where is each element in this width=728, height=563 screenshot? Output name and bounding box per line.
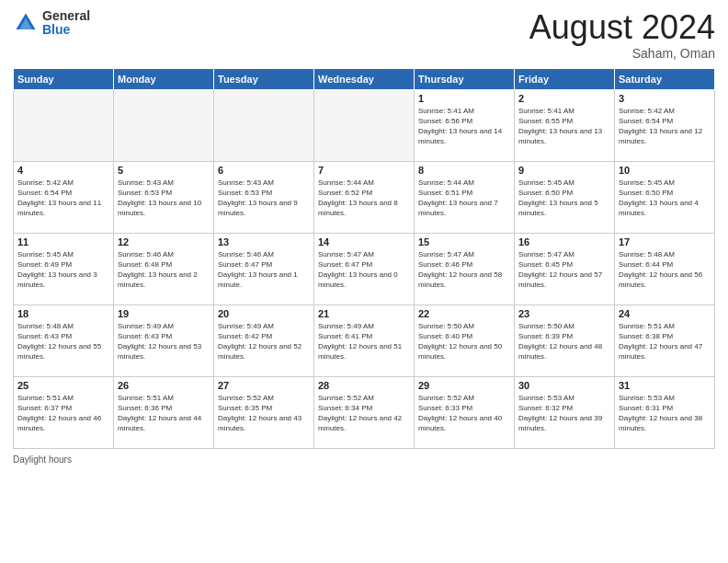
cell-day-number: 6 — [218, 165, 310, 176]
cell-day-number: 14 — [318, 236, 410, 247]
calendar-week-row: 11Sunrise: 5:45 AM Sunset: 6:49 PM Dayli… — [14, 233, 715, 304]
calendar-cell — [114, 89, 214, 161]
calendar-week-row: 25Sunrise: 5:51 AM Sunset: 6:37 PM Dayli… — [14, 376, 715, 448]
calendar-cell: 21Sunrise: 5:49 AM Sunset: 6:41 PM Dayli… — [314, 304, 415, 376]
cell-day-number: 19 — [118, 308, 210, 319]
cell-day-number: 8 — [418, 165, 510, 176]
calendar-cell: 17Sunrise: 5:48 AM Sunset: 6:44 PM Dayli… — [615, 233, 715, 304]
calendar-week-row: 4Sunrise: 5:42 AM Sunset: 6:54 PM Daylig… — [14, 161, 715, 233]
cell-day-number: 25 — [17, 380, 109, 391]
cell-info-text: Sunrise: 5:51 AM Sunset: 6:38 PM Dayligh… — [619, 321, 711, 362]
cell-info-text: Sunrise: 5:48 AM Sunset: 6:44 PM Dayligh… — [619, 249, 711, 291]
calendar-cell: 31Sunrise: 5:53 AM Sunset: 6:31 PM Dayli… — [615, 376, 715, 448]
cell-info-text: Sunrise: 5:42 AM Sunset: 6:54 PM Dayligh… — [17, 178, 109, 219]
calendar-cell: 30Sunrise: 5:53 AM Sunset: 6:32 PM Dayli… — [515, 376, 615, 448]
calendar-cell: 26Sunrise: 5:51 AM Sunset: 6:36 PM Dayli… — [114, 376, 214, 448]
cell-info-text: Sunrise: 5:41 AM Sunset: 6:56 PM Dayligh… — [418, 106, 510, 147]
title-month: August 2024 — [529, 9, 715, 46]
cell-info-text: Sunrise: 5:43 AM Sunset: 6:53 PM Dayligh… — [118, 178, 210, 219]
cell-day-number: 20 — [218, 308, 310, 319]
cell-info-text: Sunrise: 5:50 AM Sunset: 6:40 PM Dayligh… — [418, 321, 510, 362]
cell-day-number: 30 — [518, 380, 610, 391]
logo-general: General — [42, 9, 90, 23]
calendar-cell: 4Sunrise: 5:42 AM Sunset: 6:54 PM Daylig… — [14, 161, 114, 233]
cell-day-number: 23 — [518, 308, 610, 319]
calendar-cell: 27Sunrise: 5:52 AM Sunset: 6:35 PM Dayli… — [214, 376, 314, 448]
cell-info-text: Sunrise: 5:53 AM Sunset: 6:32 PM Dayligh… — [518, 393, 610, 434]
calendar-cell: 9Sunrise: 5:45 AM Sunset: 6:50 PM Daylig… — [515, 161, 615, 233]
calendar-cell: 28Sunrise: 5:52 AM Sunset: 6:34 PM Dayli… — [314, 376, 415, 448]
calendar-cell: 14Sunrise: 5:47 AM Sunset: 6:47 PM Dayli… — [314, 233, 415, 304]
weekday-header: Thursday — [415, 68, 515, 89]
cell-info-text: Sunrise: 5:51 AM Sunset: 6:37 PM Dayligh… — [17, 393, 109, 434]
calendar-cell: 10Sunrise: 5:45 AM Sunset: 6:50 PM Dayli… — [615, 161, 715, 233]
calendar-cell: 1Sunrise: 5:41 AM Sunset: 6:56 PM Daylig… — [415, 89, 515, 161]
weekday-header: Saturday — [615, 68, 715, 89]
cell-day-number: 31 — [619, 380, 711, 391]
cell-day-number: 9 — [518, 165, 610, 176]
weekday-header-row: SundayMondayTuesdayWednesdayThursdayFrid… — [14, 68, 715, 89]
cell-info-text: Sunrise: 5:48 AM Sunset: 6:43 PM Dayligh… — [17, 321, 109, 362]
calendar-cell: 18Sunrise: 5:48 AM Sunset: 6:43 PM Dayli… — [14, 304, 114, 376]
cell-day-number: 1 — [418, 93, 510, 104]
calendar-cell: 6Sunrise: 5:43 AM Sunset: 6:53 PM Daylig… — [214, 161, 314, 233]
calendar-cell: 19Sunrise: 5:49 AM Sunset: 6:43 PM Dayli… — [114, 304, 214, 376]
cell-day-number: 26 — [118, 380, 210, 391]
weekday-header: Friday — [515, 68, 615, 89]
cell-day-number: 18 — [17, 308, 109, 319]
calendar-week-row: 1Sunrise: 5:41 AM Sunset: 6:56 PM Daylig… — [14, 89, 715, 161]
cell-info-text: Sunrise: 5:42 AM Sunset: 6:54 PM Dayligh… — [619, 106, 711, 147]
cell-day-number: 12 — [118, 236, 210, 247]
cell-info-text: Sunrise: 5:47 AM Sunset: 6:46 PM Dayligh… — [418, 249, 510, 291]
calendar-cell: 25Sunrise: 5:51 AM Sunset: 6:37 PM Dayli… — [14, 376, 114, 448]
calendar-cell: 5Sunrise: 5:43 AM Sunset: 6:53 PM Daylig… — [114, 161, 214, 233]
cell-day-number: 4 — [17, 165, 109, 176]
cell-info-text: Sunrise: 5:49 AM Sunset: 6:43 PM Dayligh… — [118, 321, 210, 362]
cell-day-number: 24 — [619, 308, 711, 319]
calendar-cell: 11Sunrise: 5:45 AM Sunset: 6:49 PM Dayli… — [14, 233, 114, 304]
calendar-cell: 20Sunrise: 5:49 AM Sunset: 6:42 PM Dayli… — [214, 304, 314, 376]
cell-info-text: Sunrise: 5:49 AM Sunset: 6:41 PM Dayligh… — [318, 321, 410, 362]
calendar-cell: 15Sunrise: 5:47 AM Sunset: 6:46 PM Dayli… — [415, 233, 515, 304]
cell-info-text: Sunrise: 5:46 AM Sunset: 6:47 PM Dayligh… — [218, 249, 310, 291]
cell-day-number: 13 — [218, 236, 310, 247]
cell-day-number: 5 — [118, 165, 210, 176]
cell-info-text: Sunrise: 5:44 AM Sunset: 6:52 PM Dayligh… — [318, 178, 410, 219]
page: General Blue August 2024 Saham, Oman Sun… — [0, 0, 728, 563]
calendar-cell — [314, 89, 415, 161]
calendar-cell: 23Sunrise: 5:50 AM Sunset: 6:39 PM Dayli… — [515, 304, 615, 376]
cell-info-text: Sunrise: 5:53 AM Sunset: 6:31 PM Dayligh… — [619, 393, 711, 434]
weekday-header: Tuesday — [214, 68, 314, 89]
cell-info-text: Sunrise: 5:51 AM Sunset: 6:36 PM Dayligh… — [118, 393, 210, 434]
cell-day-number: 28 — [318, 380, 410, 391]
cell-info-text: Sunrise: 5:50 AM Sunset: 6:39 PM Dayligh… — [518, 321, 610, 362]
cell-info-text: Sunrise: 5:47 AM Sunset: 6:45 PM Dayligh… — [518, 249, 610, 291]
calendar-cell: 12Sunrise: 5:46 AM Sunset: 6:48 PM Dayli… — [114, 233, 214, 304]
cell-info-text: Sunrise: 5:52 AM Sunset: 6:35 PM Dayligh… — [218, 393, 310, 434]
calendar-cell: 29Sunrise: 5:52 AM Sunset: 6:33 PM Dayli… — [415, 376, 515, 448]
logo-icon — [13, 10, 39, 36]
weekday-header: Wednesday — [314, 68, 415, 89]
calendar: SundayMondayTuesdayWednesdayThursdayFrid… — [13, 68, 715, 449]
calendar-week-row: 18Sunrise: 5:48 AM Sunset: 6:43 PM Dayli… — [14, 304, 715, 376]
cell-day-number: 10 — [619, 165, 711, 176]
footer: Daylight hours — [13, 454, 715, 465]
calendar-cell: 22Sunrise: 5:50 AM Sunset: 6:40 PM Dayli… — [415, 304, 515, 376]
daylight-label: Daylight hours — [13, 454, 72, 465]
calendar-cell: 13Sunrise: 5:46 AM Sunset: 6:47 PM Dayli… — [214, 233, 314, 304]
cell-info-text: Sunrise: 5:45 AM Sunset: 6:50 PM Dayligh… — [518, 178, 610, 219]
cell-info-text: Sunrise: 5:43 AM Sunset: 6:53 PM Dayligh… — [218, 178, 310, 219]
cell-day-number: 21 — [318, 308, 410, 319]
logo-text: General Blue — [42, 9, 90, 38]
cell-info-text: Sunrise: 5:45 AM Sunset: 6:49 PM Dayligh… — [17, 249, 109, 291]
weekday-header: Monday — [114, 68, 214, 89]
cell-info-text: Sunrise: 5:49 AM Sunset: 6:42 PM Dayligh… — [218, 321, 310, 362]
cell-info-text: Sunrise: 5:41 AM Sunset: 6:55 PM Dayligh… — [518, 106, 610, 147]
calendar-cell — [14, 89, 114, 161]
cell-info-text: Sunrise: 5:52 AM Sunset: 6:33 PM Dayligh… — [418, 393, 510, 434]
cell-info-text: Sunrise: 5:46 AM Sunset: 6:48 PM Dayligh… — [118, 249, 210, 291]
cell-info-text: Sunrise: 5:47 AM Sunset: 6:47 PM Dayligh… — [318, 249, 410, 291]
cell-day-number: 15 — [418, 236, 510, 247]
cell-day-number: 27 — [218, 380, 310, 391]
cell-day-number: 29 — [418, 380, 510, 391]
